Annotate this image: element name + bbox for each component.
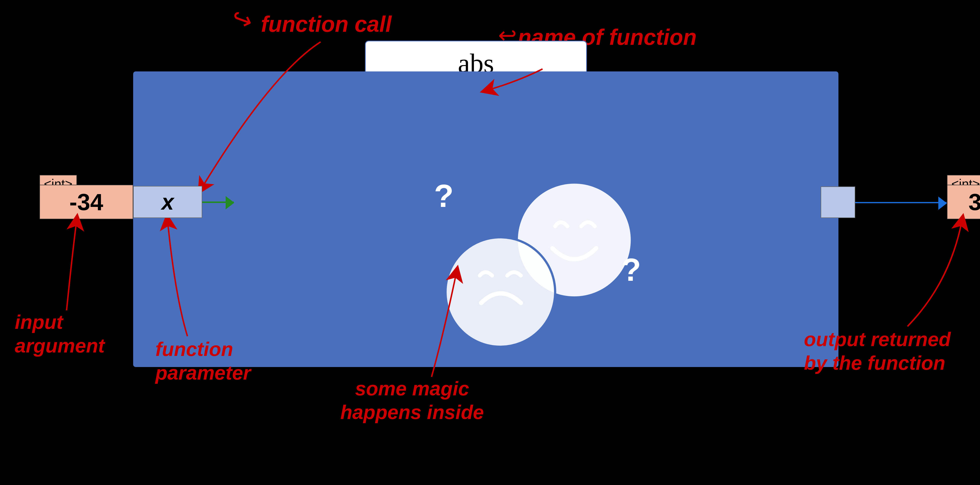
param-box: x — [133, 186, 202, 218]
function-call-label: function call — [261, 11, 391, 37]
some-magic-label: some magichappens inside — [340, 377, 484, 424]
function-parameter-label: functionparameter — [155, 338, 251, 385]
output-connector-box — [821, 187, 855, 218]
function-box: ? ? — [133, 71, 838, 367]
input-value-box: -34 — [40, 185, 133, 219]
output-value-text: 34 — [969, 189, 980, 216]
output-value-box: 34 — [947, 185, 980, 219]
question-mark-2: ? — [621, 251, 641, 288]
output-returned-label: output returnedby the function — [804, 328, 951, 375]
function-call-arrow: ↩ — [228, 2, 257, 36]
pointing-hand: ☞ — [20, 20, 49, 57]
output-arrow — [855, 202, 947, 203]
question-mark-1: ? — [434, 178, 453, 214]
input-value-text: -34 — [69, 189, 103, 216]
param-text: x — [162, 189, 174, 215]
input-argument-label: inputargument — [15, 311, 105, 358]
